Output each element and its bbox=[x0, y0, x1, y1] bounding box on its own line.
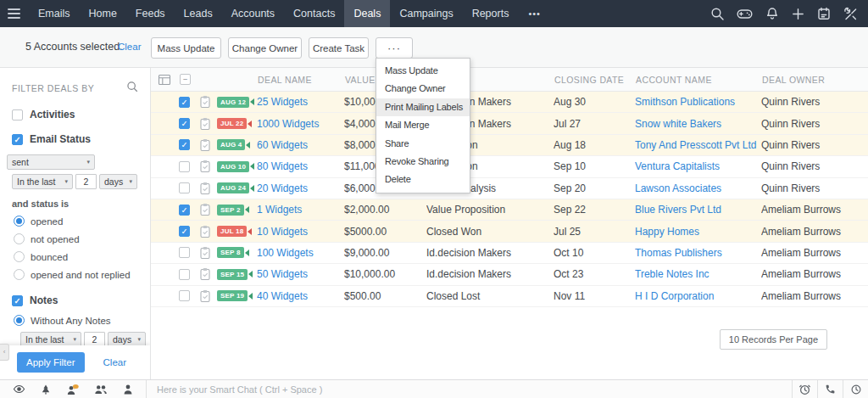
clock-icon[interactable] bbox=[843, 380, 868, 398]
menu-item-share[interactable]: Share bbox=[376, 135, 470, 153]
deal-name-link[interactable]: 25 Widgets bbox=[257, 96, 308, 108]
menu-item-mail-merge[interactable]: Mail Merge bbox=[376, 116, 470, 134]
select-all-checkbox[interactable] bbox=[180, 74, 191, 85]
apply-filter-button[interactable]: Apply Filter bbox=[17, 352, 85, 373]
account-name-link[interactable]: Tony And Presscott Pvt Ltd bbox=[635, 139, 756, 151]
alarm-icon[interactable] bbox=[792, 380, 817, 398]
nav-item-home[interactable]: Home bbox=[80, 0, 126, 27]
email-type-select[interactable]: sent▾ bbox=[7, 154, 95, 170]
account-name-link[interactable]: Treble Notes Inc bbox=[635, 268, 709, 280]
filter-search-icon[interactable] bbox=[126, 81, 138, 96]
email-status-checkbox[interactable] bbox=[12, 134, 23, 145]
nav-item-contacts[interactable]: Contacts bbox=[284, 0, 344, 27]
deal-name-link[interactable]: 60 Widgets bbox=[257, 139, 308, 151]
gamepad-icon[interactable] bbox=[737, 7, 753, 20]
nav-item-reports[interactable]: Reports bbox=[463, 0, 519, 27]
row-checkbox[interactable] bbox=[179, 247, 190, 258]
records-per-page-select[interactable]: 10 Records Per Page bbox=[720, 329, 827, 350]
task-clipboard-icon[interactable] bbox=[198, 203, 212, 216]
row-checkbox[interactable] bbox=[179, 269, 190, 280]
row-checkbox[interactable] bbox=[179, 226, 190, 237]
deal-name-link[interactable]: 1000 Widgets bbox=[257, 118, 319, 130]
tree-icon[interactable] bbox=[40, 384, 52, 395]
account-name-link[interactable]: Smithson Publications bbox=[635, 96, 735, 108]
email-unit-select[interactable]: days▾ bbox=[99, 174, 137, 189]
account-name-link[interactable]: H I D Corporation bbox=[635, 290, 714, 302]
menu-item-mass-update[interactable]: Mass Update bbox=[376, 62, 470, 80]
account-name-link[interactable]: Ventura Capitalists bbox=[635, 160, 720, 172]
deal-name-link[interactable]: 10 Widgets bbox=[257, 226, 308, 238]
deal-name-link[interactable]: 100 Widgets bbox=[257, 247, 314, 259]
nav-item-accounts[interactable]: Accounts bbox=[222, 0, 284, 27]
row-checkbox[interactable] bbox=[179, 97, 190, 108]
menu-item-delete[interactable]: Delete bbox=[376, 171, 470, 188]
search-icon[interactable] bbox=[710, 7, 724, 20]
tools-icon[interactable] bbox=[843, 7, 857, 20]
row-checkbox[interactable] bbox=[179, 290, 190, 301]
radio-not-opened[interactable] bbox=[14, 233, 25, 244]
calendar-icon[interactable] bbox=[817, 7, 831, 20]
chat-user-icon[interactable] bbox=[66, 384, 80, 395]
change-owner-button[interactable]: Change Owner bbox=[228, 37, 302, 59]
clear-filter-link[interactable]: Clear bbox=[103, 357, 126, 367]
task-clipboard-icon[interactable] bbox=[198, 160, 212, 173]
mass-update-button[interactable]: Mass Update bbox=[151, 37, 221, 59]
nav-item-feeds[interactable]: Feeds bbox=[126, 0, 175, 27]
row-checkbox[interactable] bbox=[179, 205, 190, 216]
radio-opened-not-replied[interactable] bbox=[14, 269, 25, 280]
row-checkbox[interactable] bbox=[179, 161, 190, 172]
task-clipboard-icon[interactable] bbox=[198, 246, 212, 260]
notes-checkbox[interactable] bbox=[12, 295, 23, 306]
sidebar-collapse-handle[interactable]: ‹ bbox=[0, 344, 9, 361]
nav-item-emails[interactable]: Emails bbox=[29, 0, 80, 27]
nav-item-deals[interactable]: Deals bbox=[344, 0, 390, 27]
menu-item-change-owner[interactable]: Change Owner bbox=[376, 80, 470, 98]
column-header-closing-date[interactable]: CLOSING DATE bbox=[554, 75, 636, 85]
account-name-link[interactable]: Thomas Publishers bbox=[635, 247, 722, 259]
bell-icon[interactable] bbox=[765, 7, 779, 20]
account-name-link[interactable]: Blue Rivers Pvt Ltd bbox=[635, 204, 721, 216]
eye-icon[interactable] bbox=[13, 384, 25, 395]
column-header-deal-owner[interactable]: DEAL OWNER bbox=[762, 75, 868, 85]
task-clipboard-icon[interactable] bbox=[198, 117, 212, 131]
column-header-deal-name[interactable]: DEAL NAME bbox=[258, 75, 345, 85]
hamburger-menu-icon[interactable] bbox=[8, 6, 20, 21]
add-icon[interactable] bbox=[792, 8, 804, 20]
task-clipboard-icon[interactable] bbox=[198, 225, 212, 238]
task-clipboard-icon[interactable] bbox=[198, 95, 212, 109]
radio-without-any-notes[interactable] bbox=[14, 315, 25, 326]
create-task-button[interactable]: Create Task bbox=[309, 37, 369, 59]
account-name-link[interactable]: Snow white Bakers bbox=[635, 118, 721, 130]
email-period-select[interactable]: In the last▾ bbox=[12, 174, 73, 189]
row-checkbox[interactable] bbox=[179, 182, 190, 193]
activities-checkbox[interactable] bbox=[12, 109, 23, 121]
nav-item-leads[interactable]: Leads bbox=[175, 0, 222, 27]
users-icon[interactable] bbox=[94, 384, 108, 395]
task-clipboard-icon[interactable] bbox=[198, 182, 212, 195]
radio-opened[interactable] bbox=[14, 216, 25, 227]
nav-item-campaings[interactable]: Campaings bbox=[390, 0, 462, 27]
deal-name-link[interactable]: 1 Widgets bbox=[257, 204, 302, 216]
account-name-link[interactable]: Lawson Associates bbox=[635, 182, 721, 194]
task-clipboard-icon[interactable] bbox=[198, 289, 212, 303]
deal-name-link[interactable]: 40 Widgets bbox=[257, 290, 308, 302]
nav-overflow-button[interactable]: ••• bbox=[518, 1, 551, 26]
deal-name-link[interactable]: 80 Widgets bbox=[257, 160, 308, 172]
radio-bounced[interactable] bbox=[14, 251, 25, 262]
menu-item-print-mailing-labels[interactable]: Print Mailing Labels bbox=[376, 98, 470, 116]
email-days-count-input[interactable]: 2 bbox=[75, 174, 97, 189]
more-actions-button[interactable]: ··· bbox=[376, 37, 413, 59]
deal-name-link[interactable]: 20 Widgets bbox=[257, 182, 308, 194]
row-checkbox[interactable] bbox=[179, 118, 190, 129]
user-icon[interactable] bbox=[122, 384, 134, 395]
deal-name-link[interactable]: 50 Widgets bbox=[257, 268, 308, 280]
menu-item-revoke-sharing[interactable]: Revoke Sharing bbox=[376, 153, 470, 171]
account-name-link[interactable]: Happy Homes bbox=[635, 226, 699, 238]
clear-selection-link[interactable]: Clear bbox=[118, 42, 141, 52]
column-header-account-name[interactable]: ACCOUNT NAME bbox=[636, 75, 762, 85]
row-checkbox[interactable] bbox=[179, 139, 190, 150]
task-clipboard-icon[interactable] bbox=[198, 267, 212, 281]
table-settings-icon[interactable] bbox=[158, 73, 172, 87]
task-clipboard-icon[interactable] bbox=[198, 138, 212, 152]
phone-icon[interactable] bbox=[817, 380, 843, 398]
